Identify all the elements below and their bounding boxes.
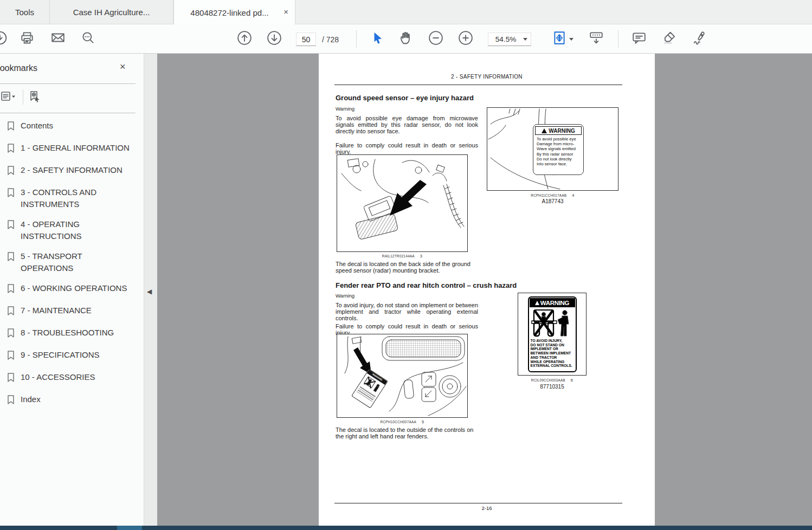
figure4-caption: RCPH11CCH017AAB4 [487,193,618,198]
bookmark-icon [7,282,15,296]
hand-icon [398,30,414,48]
figure-decal-location-drawing: WARNING To avoid possible eye Damage fro… [487,107,618,191]
page-down-icon [267,30,282,48]
sidebar-item-general-information[interactable]: 1 - GENERAL INFORMATION [7,142,131,156]
toolbar-divider [356,30,357,48]
bookmark-label: 4 - OPERATING INSTRUCTIONS [21,218,131,242]
main-toolbar: / 728 54.5% [0,24,812,54]
save-button[interactable] [0,31,8,47]
section1-paragraph: To avoid possible eye damage from microw… [336,115,478,134]
bookmark-icon [7,142,15,156]
sidebar-item-maintenance[interactable]: 7 - MAINTENANCE [7,305,131,319]
page-number-input[interactable] [297,33,315,46]
page-footer: 2-16 [319,505,655,511]
tab-doc1-label: Case IH Agriculture... [73,8,150,17]
bookmark-options-button[interactable] [1,89,17,105]
bookmark-label: Index [21,393,131,408]
bookmark-icon [7,393,15,408]
sidebar-item-troubleshooting[interactable]: 8 - TROUBLESHOOTING [7,327,131,341]
figure-crush-hazard-decal: WARNING TO AVOID INJURY, [518,293,587,376]
bookmark-icon [7,327,15,341]
bookmark-label: 10 - ACCESSORIES [21,371,131,385]
figure5-code: RCPH10CCH007AAA [381,420,417,424]
fill-sign-pen-icon [692,30,707,48]
hand-tool-button[interactable] [398,31,414,47]
highlight-button[interactable] [662,31,677,47]
sidebar-item-transport-operations[interactable]: 5 - TRANSPORT OPERATIONS [7,250,131,274]
tab-case-ih-document[interactable]: Case IH Agriculture... [50,0,173,24]
page-number-box [296,33,316,46]
acrobat-window: Tools Case IH Agriculture... 48048272-li… [0,0,812,530]
collapse-panel-handle[interactable]: ◀ [147,288,152,295]
toolbar-dock-button[interactable] [589,31,604,47]
crush-pictogram [531,308,574,338]
close-icon[interactable]: × [120,61,126,73]
next-page-button[interactable] [267,31,282,47]
print-button[interactable] [20,31,35,47]
tab-tools[interactable]: Tools [0,0,50,24]
sensor-line-art [337,155,467,251]
bookmark-icon [7,186,15,210]
sidebar-item-working-operations[interactable]: 6 - WORKING OPERATIONS [7,282,131,296]
section2-note: The decal is located to the outside of t… [336,426,482,440]
comment-button[interactable] [631,31,647,47]
bookmark-label: 3 - CONTROLS AND INSTRUMENTS [21,186,131,210]
decal-header: WARNING [530,298,575,307]
cursor-arrow-icon [370,30,385,48]
sidebar-item-controls-and-instruments[interactable]: 3 - CONTROLS AND INSTRUMENTS [7,186,131,210]
figure5-number: 5 [422,419,424,424]
sidebar-item-accessories[interactable]: 10 - ACCESSORIES [7,371,131,385]
sidebar-item-index[interactable]: Index [7,393,131,408]
bookmarks-panel-title: Bookmarks [0,63,37,73]
warning-triangle-icon [535,301,539,305]
panel-divider [0,83,136,84]
page-total-label: / 728 [322,35,339,44]
bookmarks-panel: Bookmarks × Contents 1 - GENERAL INFORMA… [0,54,144,526]
bookmark-icon [7,250,15,274]
fill-sign-button[interactable] [692,31,707,47]
figure6-caption: RCIL09CCH003AAB6 [518,378,587,383]
sidebar-item-contents[interactable]: Contents [7,120,131,134]
document-canvas[interactable]: 2 - SAFETY INFORMATION Ground speed sens… [157,54,812,526]
section1-consequence: Failure to comply could result in death … [336,143,478,156]
zoom-level-control[interactable]: 54.5% [488,33,531,46]
section1-heading: Ground speed sensor – eye injury hazard [336,94,474,102]
footer-rule [334,503,622,503]
tab-tools-label: Tools [15,8,34,17]
save-icon [0,30,8,48]
panel-divider [0,113,136,113]
find-button[interactable] [81,31,96,47]
pdf-page: 2 - SAFETY INFORMATION Ground speed sens… [319,54,655,526]
warning-triangle-icon [542,128,547,133]
bookmark-icon [7,120,15,134]
fit-page-button[interactable] [552,31,567,47]
sidebar-item-specifications[interactable]: 9 - SPECIFICATIONS [7,349,131,363]
figure4-part-id: A187743 [487,198,618,204]
figure4-code: RCPH11CCH017AAB [531,193,566,197]
select-tool-button[interactable] [370,31,385,47]
sidebar-item-safety-information[interactable]: 2 - SAFETY INFORMATION [7,164,131,178]
figure6-code: RCIL09CCH003AAB [531,378,565,382]
zoom-in-button[interactable] [458,31,473,47]
chevron-down-icon[interactable] [569,38,573,41]
section2-heading: Fender rear PTO and rear hitch control –… [336,281,517,289]
decal-title: WARNING [540,300,569,306]
eye-hazard-decal: WARNING To avoid possible eye Damage fro… [533,124,584,175]
email-button[interactable] [50,31,66,47]
zoom-out-button[interactable] [428,31,443,47]
panel-toolbar-divider [23,89,23,105]
zoom-out-icon [428,30,443,48]
bookmark-list: Contents 1 - GENERAL INFORMATION 2 - SAF… [7,120,131,416]
tab-active-document[interactable]: 48048272-linked pd... × [173,0,295,25]
tab-close-icon[interactable]: × [283,7,288,17]
figure6-number: 6 [571,378,573,383]
bookmark-label: Contents [21,120,131,134]
bookmark-label: 8 - TROUBLESHOOTING [21,327,131,341]
previous-page-button[interactable] [237,31,252,47]
tab-active-label: 48048272-linked pd... [190,8,268,17]
bookmark-icon [7,218,15,242]
fender-line-art [337,334,467,417]
page-up-icon [237,30,252,48]
expand-current-bookmark-button[interactable] [28,89,44,105]
sidebar-item-operating-instructions[interactable]: 4 - OPERATING INSTRUCTIONS [7,218,131,242]
